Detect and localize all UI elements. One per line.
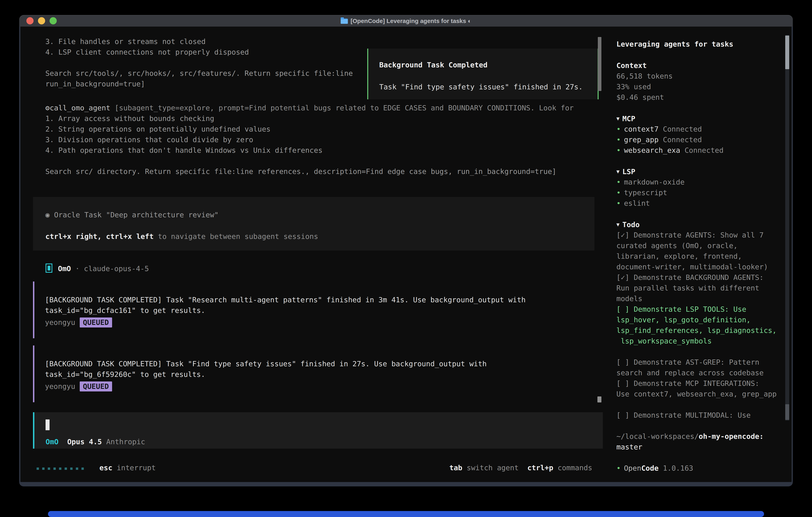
main-scrollbar-thumb[interactable] [598, 37, 601, 91]
status-dot-icon: • [616, 178, 621, 186]
bottom-accent-bar [48, 511, 764, 517]
status-dot-icon: • [616, 146, 621, 154]
oracle-task-title: ◉ Oracle Task "Deep architecture review" [46, 211, 219, 219]
provider-name: Anthropic [106, 438, 145, 446]
sidebar-session-title: Leveraging agents for tasks [616, 40, 733, 49]
window-titlebar[interactable]: [OpenCode] Leveraging agents for tasks ◐ [19, 15, 793, 27]
folder-icon [341, 19, 348, 24]
status-dot-icon: • [616, 125, 621, 133]
todo-line: Use context7, websearch_exa, grep_app [616, 390, 777, 399]
fisheye-icon: ◉ [46, 211, 50, 219]
shortcut-keys: ctrl+x right, ctrl+x left [46, 232, 154, 241]
status-bar-right: tab switch agent ctrl+p commands [450, 463, 592, 472]
mcp-item: •context7 Connected [616, 125, 702, 134]
todo-line: Run parallel tasks with different [616, 284, 759, 293]
tool-call-name: call_omo_agent [50, 104, 110, 112]
agent-checkbox-icon [46, 264, 52, 273]
transcript-line: 1. Array access without bounds checking [46, 114, 214, 123]
todo-line: [ ] Demonstrate MCP INTEGRATIONS: [616, 379, 759, 388]
todo-line: curated agents (OmO, oracle, [616, 241, 738, 250]
lsp-item: •typescript [616, 188, 667, 197]
transcript-line: 4. LSP client connections not properly d… [46, 48, 249, 57]
spinner-dots: ▪▪▪▪▪▪▪▪▪ [36, 465, 87, 472]
notification-title: Background Task Completed [379, 61, 488, 70]
background-task-notification: Background Task Completed Task "Find typ… [367, 49, 599, 99]
transcript-line: 4. Path operations that don't handle Win… [46, 146, 322, 155]
transcript-line: Search src/tools/, src/hooks/, src/featu… [46, 69, 353, 78]
transcript-line: 3. Division operations that could divide… [46, 135, 253, 144]
task-meta: yeongyuQUEUED [45, 381, 112, 391]
task-block-accent [33, 281, 34, 338]
ctrlp-key-hint: ctrl+p [519, 464, 553, 472]
oracle-task-box: ◉ Oracle Task "Deep architecture review"… [33, 197, 594, 250]
task-block-accent [33, 346, 34, 402]
mcp-item: •grep_app Connected [616, 135, 702, 144]
todo-line-active: lsp_find_references, lsp_diagnostics, [616, 326, 777, 335]
todo-line: [ ] Demonstrate AST-GREP: Pattern [616, 358, 759, 366]
task-message-line: task_id="bg_6f59260c" to get results. [45, 370, 205, 379]
context-heading: Context [616, 61, 647, 70]
workspace-branch: master [616, 443, 642, 452]
text-cursor [46, 419, 50, 430]
todo-line: [✓] Demonstrate BACKGROUND AGENTS: [616, 273, 764, 282]
gear-icon: ⚙ [46, 104, 50, 112]
lsp-item: •eslint [616, 199, 650, 208]
sidebar-scrollbar-track[interactable] [785, 35, 789, 420]
username: yeongyu [45, 382, 75, 390]
tool-call-line: ⚙call_omo_agent [subagent_type=explore, … [46, 104, 574, 112]
agent-name: OmO [46, 438, 59, 446]
lsp-item: •markdown-oxide [616, 178, 685, 187]
oracle-task-hint: ctrl+x right, ctrl+x left to navigate be… [46, 232, 318, 241]
tab-key-hint: tab [450, 464, 462, 472]
esc-key-hint: esc [99, 464, 113, 472]
notification-body: Task "Find type safety issues" finished … [379, 83, 583, 91]
chevron-down-icon: ▼ [616, 168, 619, 174]
mcp-item: •websearch_exa Connected [616, 146, 724, 155]
status-dot-icon: • [616, 464, 621, 472]
task-meta: yeongyuQUEUED [45, 318, 112, 327]
window-bottom-frame [19, 482, 793, 486]
transcript-line: 2. String operations on potentially unde… [46, 125, 270, 134]
workspace-path: ~/local-workspaces/oh-my-opencode: [616, 432, 764, 441]
app-version: •OpenCode 1.0.163 [616, 464, 693, 472]
model-name: Opus 4.5 [59, 438, 106, 446]
status-dot-icon: • [616, 199, 621, 207]
context-spent: $0.46 spent [616, 93, 664, 102]
todo-line: search and replace across codebase [616, 369, 764, 377]
tool-call-args: [subagent_type=explore, prompt=Find pote… [110, 104, 574, 112]
todo-line: models [616, 294, 642, 303]
chevron-down-icon: ▼ [616, 115, 619, 121]
status-badge: QUEUED [80, 381, 112, 391]
todo-line-active: lsp_workspace_symbols [616, 337, 712, 346]
status-dot-icon: • [616, 189, 621, 197]
task-message-line: [BACKGROUND TASK COMPLETED] Task "Find t… [45, 359, 487, 368]
status-dot-icon: • [616, 136, 621, 144]
mcp-section-header[interactable]: ▼MCP [616, 114, 635, 123]
main-scrollbar-marker[interactable] [598, 397, 601, 403]
status-badge: QUEUED [80, 318, 112, 327]
context-used: 33% used [616, 82, 651, 91]
task-message-line: task_id="bg_dcfac161" to get results. [45, 306, 205, 315]
sidebar-scrollbar-thumb[interactable] [785, 35, 789, 69]
todo-section-header[interactable]: ▼Todo [616, 220, 640, 229]
window-title: [OpenCode] Leveraging agents for tasks ◐ [19, 18, 793, 25]
status-bar-left: ▪▪▪▪▪▪▪▪▪ esc interrupt [36, 463, 156, 472]
todo-line: document-writer, multimodal-looker) [616, 263, 768, 271]
todo-line: librarian, explore, frontend, [616, 252, 742, 261]
todo-line: [ ] Demonstrate MULTIMODAL: Use [616, 411, 751, 419]
chevron-down-icon: ▼ [616, 221, 619, 227]
task-message-line: [BACKGROUND TASK COMPLETED] Task "Resear… [45, 296, 526, 304]
lsp-section-header[interactable]: ▼LSP [616, 167, 635, 176]
todo-line: [✓] Demonstrate AGENTS: Show all 7 [616, 231, 764, 240]
todo-line-active: [ ] Demonstrate LSP TOOLS: Use [616, 305, 746, 314]
todo-line-active: lsp_hover, lsp_goto_definition, [616, 316, 751, 324]
sidebar-scrollbar-end [785, 404, 789, 420]
transcript-line: run_in_background=true] [46, 80, 145, 88]
transcript-line: Search src/ directory. Return specific f… [46, 167, 556, 176]
username: yeongyu [45, 318, 75, 326]
transcript-line: 3. File handles or streams not closed [46, 37, 206, 46]
agent-header: OmO · claude-opus-4-5 [58, 264, 149, 273]
model-indicator: OmO Opus 4.5 Anthropic [46, 437, 145, 446]
context-tokens: 66,518 tokens [616, 72, 673, 81]
